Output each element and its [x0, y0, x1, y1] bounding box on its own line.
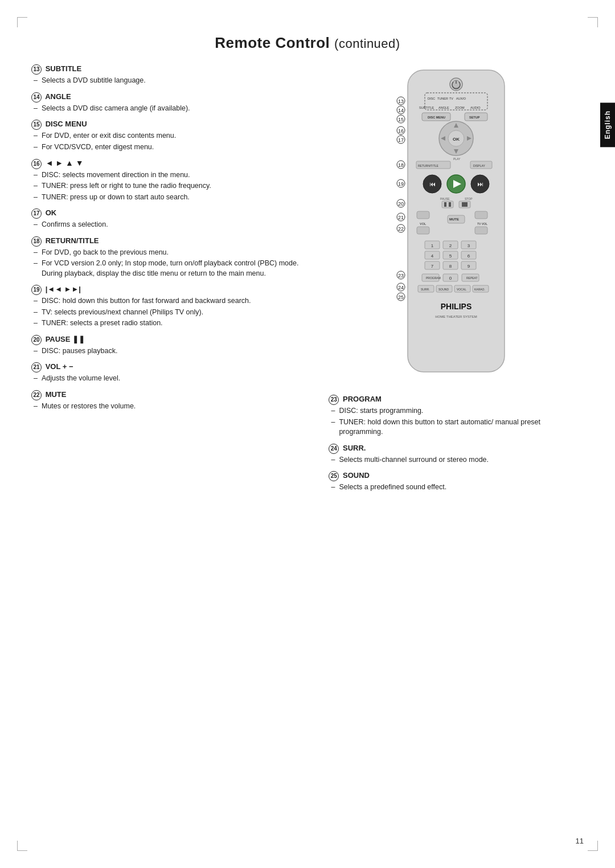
section-23-title: 23 PROGRAM [329, 395, 584, 405]
section-18-content: –For DVD, go back to the previous menu. … [31, 248, 311, 279]
section-24-title: 24 SURR. [329, 444, 584, 454]
corner-mark-tr [588, 17, 598, 27]
svg-text:24: 24 [398, 285, 404, 290]
list-item: –DISC: selects movement direction in the… [34, 170, 311, 181]
list-item: –TUNER: hold down this button to start a… [331, 417, 584, 437]
svg-text:8: 8 [449, 264, 452, 269]
list-item: –TV: selects previous/next channel (Phil… [34, 308, 311, 318]
section-24: 24 SURR. –Selects multi-channel surround… [329, 444, 584, 465]
svg-text:DISPLAY: DISPLAY [473, 164, 485, 167]
svg-text:16: 16 [398, 128, 404, 134]
section-21-content: –Adjusts the volume level. [31, 374, 311, 384]
svg-text:14: 14 [398, 108, 404, 113]
svg-text:VOCAL: VOCAL [457, 288, 466, 291]
title-continued: (continued) [334, 36, 400, 51]
svg-text:ZOOM: ZOOM [455, 106, 465, 109]
svg-text:⏭: ⏭ [477, 181, 483, 187]
section-17-number: 17 [31, 208, 42, 219]
section-23-content: –DISC: starts programming. –TUNER: hold … [329, 406, 584, 437]
svg-text:22: 22 [398, 226, 404, 232]
svg-text:REPEAT: REPEAT [466, 276, 478, 280]
list-item: –Selects a predefined sound effect. [331, 482, 584, 493]
list-item: –For DVD, go back to the previous menu. [34, 248, 311, 258]
svg-text:18: 18 [398, 162, 404, 168]
list-item: –DISC: hold down this button for fast fo… [34, 296, 311, 306]
svg-text:PAUSE: PAUSE [440, 197, 450, 200]
section-17: 17 OK –Confirms a selection. [31, 208, 311, 230]
section-15-content: –For DVD, enter or exit disc contents me… [31, 131, 311, 152]
remote-illustration: DISC TUNER TV AUX/O SUBTITLE ANGLE ZOOM … [391, 64, 522, 383]
section-25: 25 SOUND –Selects a predefined sound eff… [329, 471, 584, 493]
svg-rect-45 [417, 211, 429, 219]
list-item: –Adjusts the volume level. [34, 374, 311, 384]
section-18: 18 RETURN/TITLE –For DVD, go back to the… [31, 236, 311, 279]
language-tab: English [600, 103, 615, 147]
svg-text:21: 21 [398, 215, 404, 220]
svg-text:SURR.: SURR. [421, 288, 430, 291]
section-17-content: –Confirms a selection. [31, 220, 311, 230]
svg-text:HOME THEATER SYSTEM: HOME THEATER SYSTEM [435, 315, 477, 318]
svg-rect-39 [449, 202, 451, 207]
svg-text:PROGRAM: PROGRAM [426, 276, 441, 280]
svg-text:KARAO.: KARAO. [474, 288, 485, 291]
svg-text:9: 9 [468, 264, 470, 269]
section-21-title: 21 VOL + − [31, 362, 311, 372]
svg-text:SUBTITLE: SUBTITLE [419, 106, 434, 109]
list-item: –For VCD/SVCD, enter digest menu. [34, 142, 311, 153]
svg-text:PHILIPS: PHILIPS [441, 302, 472, 311]
section-14-number: 14 [31, 92, 42, 103]
section-24-content: –Selects multi-channel surround or stere… [329, 455, 584, 465]
right-column: DISC TUNER TV AUX/O SUBTITLE ANGLE ZOOM … [329, 64, 584, 499]
list-item: –TUNER: press left or right to tune the … [34, 181, 311, 191]
svg-text:0: 0 [449, 276, 452, 281]
section-21: 21 VOL + − –Adjusts the volume level. [31, 362, 311, 384]
section-15-number: 15 [31, 120, 42, 130]
svg-text:MUTE: MUTE [449, 218, 459, 221]
section-13-number: 13 [31, 64, 42, 75]
svg-rect-38 [444, 202, 446, 207]
svg-text:3: 3 [468, 243, 470, 248]
section-13-content: –Selects a DVD subtitle language. [31, 76, 311, 86]
svg-rect-53 [475, 227, 487, 234]
section-19: 19 |◄◄ ►►| –DISC: hold down this button … [31, 285, 311, 329]
list-item: –Selects a DVD subtitle language. [34, 76, 311, 86]
svg-text:TV: TV [449, 97, 453, 100]
svg-text:⏮: ⏮ [429, 181, 436, 187]
svg-text:AUDIO: AUDIO [470, 106, 481, 109]
section-25-title: 25 SOUND [329, 471, 584, 481]
section-14-title: 14 ANGLE [31, 92, 311, 103]
section-22-title: 22 MUTE [31, 390, 311, 400]
section-22-number: 22 [31, 390, 42, 400]
list-item: –For DVD, enter or exit disc contents me… [34, 131, 311, 141]
page-content: Remote Control (continued) 13 SUBTITLE –… [31, 34, 584, 834]
section-19-content: –DISC: hold down this button for fast fo… [31, 296, 311, 329]
page-title: Remote Control (continued) [31, 34, 584, 52]
section-15: 15 DISC MENU –For DVD, enter or exit dis… [31, 120, 311, 152]
section-16-title: 16 ◄ ► ▲ ▼ [31, 158, 311, 169]
svg-text:RETURN/TITLE: RETURN/TITLE [418, 164, 439, 167]
section-18-number: 18 [31, 236, 42, 247]
svg-text:STOP: STOP [465, 197, 473, 200]
left-column: 13 SUBTITLE –Selects a DVD subtitle lang… [31, 64, 317, 499]
svg-text:SOUND: SOUND [438, 288, 449, 291]
list-item: –DISC: starts programming. [331, 406, 584, 416]
list-item: –TUNER: selects a preset radio station. [34, 318, 311, 329]
section-22-content: –Mutes or restores the volume. [31, 402, 311, 412]
section-20-number: 20 [31, 335, 42, 345]
section-14-content: –Selects a DVD disc camera angle (if ava… [31, 104, 311, 114]
section-16: 16 ◄ ► ▲ ▼ –DISC: selects movement direc… [31, 158, 311, 202]
svg-text:5: 5 [449, 253, 452, 259]
svg-text:4: 4 [431, 253, 434, 259]
section-18-title: 18 RETURN/TITLE [31, 236, 311, 247]
svg-text:20: 20 [398, 201, 404, 207]
remote-svg: DISC TUNER TV AUX/O SUBTITLE ANGLE ZOOM … [391, 64, 522, 383]
right-bottom-sections: 23 PROGRAM –DISC: starts programming. –T… [329, 395, 584, 493]
list-item: –DISC: pauses playback. [34, 346, 311, 357]
corner-mark-tl [17, 17, 27, 27]
svg-text:6: 6 [468, 253, 470, 259]
section-13-title: 13 SUBTITLE [31, 64, 311, 75]
list-item: –TUNER: press up or down to start auto s… [34, 193, 311, 203]
svg-text:15: 15 [398, 117, 404, 122]
section-25-number: 25 [329, 471, 339, 481]
section-21-number: 21 [31, 362, 42, 372]
